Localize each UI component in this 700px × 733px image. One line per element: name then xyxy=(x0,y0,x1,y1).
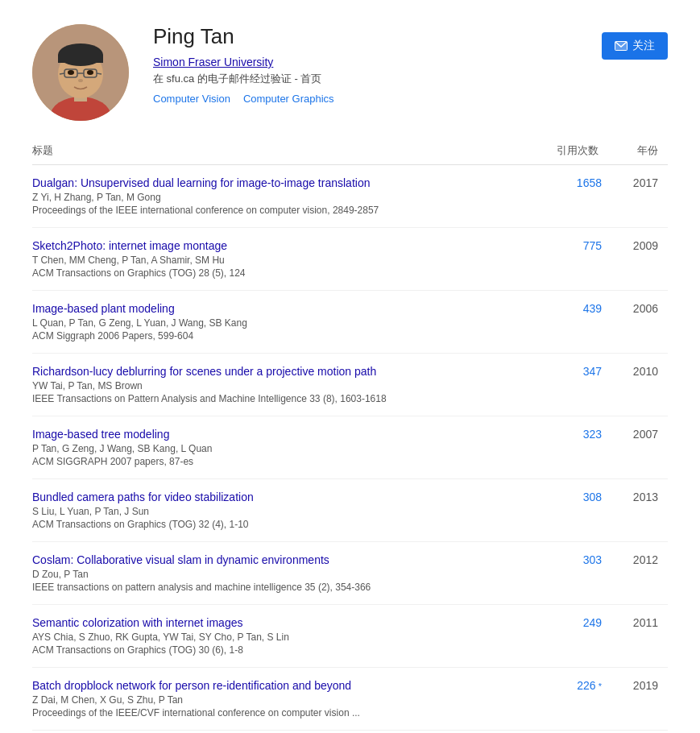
avatar xyxy=(32,24,129,121)
svg-line-11 xyxy=(60,73,64,74)
star-mark: * xyxy=(596,681,602,691)
paper-year: 2009 xyxy=(611,228,668,291)
paper-title[interactable]: Semantic colorization with internet imag… xyxy=(32,616,521,629)
table-row: Image-based plant modelingL Quan, P Tan,… xyxy=(32,291,668,354)
paper-authors: P Tan, G Zeng, J Wang, SB Kang, L Quan xyxy=(32,443,521,454)
table-row: Coslam: Collaborative visual slam in dyn… xyxy=(32,542,668,605)
paper-citations[interactable]: 323 xyxy=(531,416,611,479)
profile-name: Ping Tan xyxy=(153,24,578,49)
table-row: Richardson-lucy deblurring for scenes un… xyxy=(32,354,668,416)
paper-citations[interactable]: 439 xyxy=(531,291,611,354)
paper-year: 2006 xyxy=(611,291,668,354)
paper-cell: Richardson-lucy deblurring for scenes un… xyxy=(32,354,531,416)
paper-citations[interactable]: 308 xyxy=(531,479,611,542)
paper-venue: Proceedings of the IEEE/CVF internationa… xyxy=(32,707,521,719)
paper-citations[interactable]: 775 xyxy=(531,228,611,291)
mail-icon xyxy=(615,41,628,51)
paper-cell: Dualgan: Unsupervised dual learning for … xyxy=(32,165,531,228)
paper-cell: Bundled camera paths for video stabiliza… xyxy=(32,479,531,542)
papers-table: 标题 引用次数 年份 Dualgan: Unsupervised dual le… xyxy=(32,137,668,733)
papers-list: Dualgan: Unsupervised dual learning for … xyxy=(32,165,668,734)
paper-cell: Batch dropblock network for person re-id… xyxy=(32,668,531,731)
paper-title[interactable]: Image-based tree modeling xyxy=(32,428,521,441)
paper-citations[interactable]: 1658 xyxy=(531,165,611,228)
paper-citations[interactable]: 347 xyxy=(531,354,611,416)
paper-authors: L Quan, P Tan, G Zeng, L Yuan, J Wang, S… xyxy=(32,317,521,329)
paper-title[interactable]: Sketch2Photo: internet image montage xyxy=(32,239,521,252)
paper-cell: Image-based plant modelingL Quan, P Tan,… xyxy=(32,291,531,354)
paper-title[interactable]: Image-based plant modeling xyxy=(32,302,521,315)
table-row: Batch dropblock network for person re-id… xyxy=(32,668,668,731)
papers-section: 标题 引用次数 年份 Dualgan: Unsupervised dual le… xyxy=(0,137,700,733)
paper-year: 2014 xyxy=(611,731,668,734)
col-citations: 引用次数 xyxy=(531,137,611,165)
table-row: Panocontext: A whole-room 3d context mod… xyxy=(32,731,668,734)
paper-authors: YW Tai, P Tan, MS Brown xyxy=(32,380,521,391)
profile-actions: 关注 xyxy=(602,24,668,60)
paper-year: 2017 xyxy=(611,165,668,228)
table-row: Semantic colorization with internet imag… xyxy=(32,605,668,668)
paper-citations[interactable]: 249 xyxy=(531,605,611,668)
paper-cell: Coslam: Collaborative visual slam in dyn… xyxy=(32,542,531,605)
paper-venue: Proceedings of the IEEE international co… xyxy=(32,205,521,216)
paper-cell: Panocontext: A whole-room 3d context mod… xyxy=(32,731,531,734)
paper-title[interactable]: Dualgan: Unsupervised dual learning for … xyxy=(32,176,521,189)
follow-button[interactable]: 关注 xyxy=(602,32,668,60)
paper-citations[interactable]: 303 xyxy=(531,542,611,605)
paper-venue: ACM Transactions on Graphics (TOG) 30 (6… xyxy=(32,644,521,656)
table-row: Sketch2Photo: internet image montageT Ch… xyxy=(32,228,668,291)
paper-authors: S Liu, L Yuan, P Tan, J Sun xyxy=(32,506,521,517)
paper-year: 2007 xyxy=(611,416,668,479)
col-title: 标题 xyxy=(32,137,531,165)
paper-authors: Z Dai, M Chen, X Gu, S Zhu, P Tan xyxy=(32,694,521,706)
paper-venue: ACM Transactions on Graphics (TOG) 32 (4… xyxy=(32,519,521,530)
paper-title[interactable]: Coslam: Collaborative visual slam in dyn… xyxy=(32,553,521,566)
tag-computer-graphics[interactable]: Computer Graphics xyxy=(243,93,334,105)
table-row: Dualgan: Unsupervised dual learning for … xyxy=(32,165,668,228)
col-year: 年份 xyxy=(611,137,668,165)
paper-venue: ACM Transactions on Graphics (TOG) 28 (5… xyxy=(32,267,521,279)
profile-info: Ping Tan Simon Fraser University 在 sfu.c… xyxy=(153,24,578,105)
paper-title[interactable]: Batch dropblock network for person re-id… xyxy=(32,679,521,692)
paper-citations[interactable]: 226 * xyxy=(531,668,611,731)
table-row: Bundled camera paths for video stabiliza… xyxy=(32,479,668,542)
affiliation-link[interactable]: Simon Fraser University xyxy=(153,56,578,68)
paper-year: 2010 xyxy=(611,354,668,416)
table-header: 标题 引用次数 年份 xyxy=(32,137,668,165)
paper-year: 2011 xyxy=(611,605,668,668)
paper-year: 2013 xyxy=(611,479,668,542)
profile-email: 在 sfu.ca 的电子邮件经过验证 - 首页 xyxy=(153,72,578,86)
paper-venue: ACM SIGGRAPH 2007 papers, 87-es xyxy=(32,456,521,467)
paper-cell: Image-based tree modelingP Tan, G Zeng, … xyxy=(32,416,531,479)
tag-computer-vision[interactable]: Computer Vision xyxy=(153,93,230,105)
paper-year: 2012 xyxy=(611,542,668,605)
paper-venue: IEEE transactions on pattern analysis an… xyxy=(32,582,521,593)
svg-line-12 xyxy=(97,73,101,74)
paper-authors: Z Yi, H Zhang, P Tan, M Gong xyxy=(32,192,521,203)
paper-cell: Sketch2Photo: internet image montageT Ch… xyxy=(32,228,531,291)
profile-section: Ping Tan Simon Fraser University 在 sfu.c… xyxy=(0,0,700,137)
paper-title[interactable]: Bundled camera paths for video stabiliza… xyxy=(32,491,521,503)
paper-authors: D Zou, P Tan xyxy=(32,569,521,580)
paper-authors: AYS Chia, S Zhuo, RK Gupta, YW Tai, SY C… xyxy=(32,632,521,643)
table-row: Image-based tree modelingP Tan, G Zeng, … xyxy=(32,416,668,479)
svg-point-6 xyxy=(68,70,74,75)
paper-cell: Semantic colorization with internet imag… xyxy=(32,605,531,668)
svg-point-13 xyxy=(78,79,83,82)
paper-year: 2019 xyxy=(611,668,668,731)
svg-point-7 xyxy=(87,70,93,75)
paper-citations[interactable]: 223 xyxy=(531,731,611,734)
avatar-container xyxy=(32,24,129,121)
follow-label: 关注 xyxy=(632,39,655,53)
paper-venue: ACM Siggraph 2006 Papers, 599-604 xyxy=(32,330,521,342)
paper-venue: IEEE Transactions on Pattern Analysis an… xyxy=(32,393,521,404)
paper-title[interactable]: Richardson-lucy deblurring for scenes un… xyxy=(32,365,521,378)
svg-rect-5 xyxy=(58,55,103,63)
profile-tags: Computer Vision Computer Graphics xyxy=(153,93,578,105)
paper-authors: T Chen, MM Cheng, P Tan, A Shamir, SM Hu xyxy=(32,255,521,266)
